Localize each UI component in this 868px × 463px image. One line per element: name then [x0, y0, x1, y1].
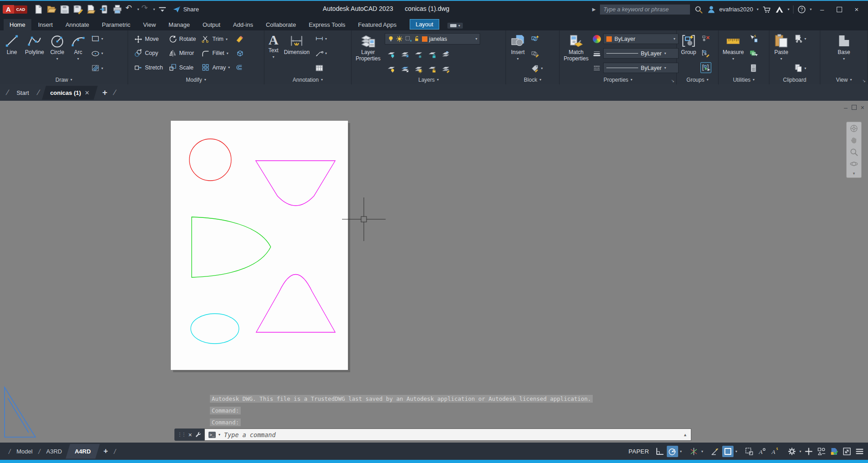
layout-tab-a3rd[interactable]: A3RD	[44, 445, 65, 458]
osnap-caret-icon[interactable]: ▾	[735, 449, 737, 453]
drawing-canvas[interactable]: – × ▾ Autodesk DWG. This file is a Trust…	[0, 101, 868, 443]
user-caret-icon[interactable]: ▾	[757, 7, 759, 11]
ellipse-button[interactable]: ▾	[90, 49, 104, 59]
username[interactable]: evafrias2020	[719, 6, 753, 13]
base-button[interactable]: Base ▾	[834, 32, 854, 75]
doc-close-icon[interactable]: ×	[861, 104, 864, 111]
object-color-dropdown[interactable]: ByLayer ▾	[603, 34, 679, 44]
panel-label-properties[interactable]: Properties▾↘	[560, 75, 676, 84]
command-input-field[interactable]: >_ ▾ ▲	[204, 429, 691, 441]
fillet-button[interactable]: Fillet▾	[200, 49, 231, 58]
doc-minimize-icon[interactable]: –	[844, 104, 848, 111]
frame-freeze-icon[interactable]: ❄	[405, 35, 412, 42]
group-button[interactable]: Group	[679, 32, 699, 75]
wrench-icon[interactable]	[195, 431, 202, 438]
ribbon-display-toggle[interactable]: ▾	[447, 23, 463, 29]
layer-dropdown[interactable]: ❄ janelas ▾	[385, 33, 480, 44]
gear-caret-icon[interactable]: ▾	[799, 449, 801, 453]
undo-caret-icon[interactable]: ▾	[137, 7, 139, 11]
polar-icon[interactable]	[667, 446, 678, 457]
save-as-icon[interactable]	[72, 4, 84, 15]
group-edit-button[interactable]	[700, 48, 711, 58]
new-drawing-tab-button[interactable]: +	[102, 88, 107, 98]
plus-icon[interactable]	[803, 446, 814, 457]
circle-button[interactable]: Circle ▾	[47, 32, 67, 75]
linetype-dropdown[interactable]: ByLayer ▾	[603, 63, 679, 73]
define-attributes-button[interactable]: ▾	[530, 63, 544, 73]
isodraft-icon[interactable]	[688, 446, 699, 457]
shape-magenta-triangle[interactable]	[256, 275, 335, 333]
paste-caret-icon[interactable]: ▾	[780, 57, 782, 61]
selection-cycling-icon[interactable]	[744, 446, 755, 457]
fullscreen-icon[interactable]	[841, 446, 853, 457]
plot-icon[interactable]	[112, 4, 123, 15]
help-icon[interactable]: ?	[797, 5, 806, 14]
search-expand-icon[interactable]: ▶	[592, 7, 596, 12]
ortho-icon[interactable]	[654, 446, 665, 457]
redo-icon[interactable]: ↷	[141, 4, 152, 15]
tab-layout[interactable]: Layout	[410, 19, 439, 30]
tab-manage[interactable]: Manage	[163, 19, 196, 30]
autodesk-caret-icon[interactable]: ▾	[788, 7, 789, 11]
tab-insert[interactable]: Insert	[32, 19, 59, 30]
panel-label-block[interactable]: Block▾	[506, 75, 559, 84]
annotation-visibility-icon[interactable]: A	[756, 446, 768, 457]
command-grip-handle[interactable]: ⋮⋮	[177, 432, 185, 438]
shape-cyan-ellipse[interactable]	[191, 314, 239, 344]
make-current-layer-icon[interactable]	[400, 50, 410, 59]
app-menu-button[interactable]: A CAD	[3, 5, 27, 14]
layer-properties-button[interactable]: LayerProperties	[353, 32, 383, 75]
layer-thaw-icon[interactable]	[414, 65, 424, 74]
layer-lock-icon[interactable]	[427, 50, 437, 59]
help-caret-icon[interactable]: ▾	[810, 7, 812, 11]
open-icon[interactable]	[46, 4, 57, 15]
file-tab-close-icon[interactable]: ✕	[84, 89, 89, 96]
insert-caret-icon[interactable]: ▾	[517, 57, 519, 61]
gear-icon[interactable]	[786, 446, 798, 457]
panel-label-utilities[interactable]: Utilities▾	[719, 75, 769, 84]
layer-dropdown-caret-icon[interactable]: ▾	[476, 37, 477, 41]
isodraft-caret-icon[interactable]: ▾	[701, 449, 703, 453]
command-prompt-icon[interactable]: >_	[208, 432, 216, 438]
table-button[interactable]	[314, 63, 328, 73]
line-button[interactable]: Line	[2, 32, 22, 75]
maximize-icon[interactable]	[833, 4, 846, 15]
copy-clip-button[interactable]: ▾	[793, 63, 807, 73]
bulb-icon[interactable]	[387, 35, 394, 42]
edit-attributes-button[interactable]	[530, 49, 544, 59]
dimension-button[interactable]: Dimension	[282, 32, 312, 75]
new-layout-button[interactable]: +	[104, 447, 108, 456]
model-tab[interactable]: Model	[14, 445, 35, 458]
arc-button[interactable]: Arc ▾	[68, 32, 88, 75]
hamburger-icon[interactable]	[854, 446, 865, 457]
hatch-button[interactable]: ▾	[90, 63, 104, 73]
layer-freeze-icon[interactable]: ❄	[414, 50, 424, 59]
file-tab-start[interactable]: Start	[11, 86, 34, 100]
shape-green-parabola[interactable]	[192, 217, 271, 277]
new-file-icon[interactable]	[33, 4, 44, 15]
annotation-scale-icon[interactable]: A	[769, 446, 780, 457]
command-expand-icon[interactable]: ▲	[683, 433, 687, 437]
zoom-icon[interactable]	[849, 148, 858, 157]
close-icon[interactable]: ×	[850, 4, 863, 15]
move-button[interactable]: Move	[133, 34, 164, 44]
navbar-more-icon[interactable]: ▾	[853, 171, 855, 176]
measure-button[interactable]: Measure ▾	[720, 32, 746, 75]
qat-menu-icon[interactable]	[157, 4, 168, 15]
nav-wheel-icon[interactable]	[849, 124, 858, 133]
offset-button[interactable]	[234, 63, 245, 72]
tab-output[interactable]: Output	[197, 19, 226, 30]
lineweight-dropdown[interactable]: ByLayer ▾	[603, 48, 679, 59]
layer-merge-icon[interactable]	[441, 65, 451, 74]
layout-tab-a4rd[interactable]: A4RD	[65, 444, 99, 459]
snap-track-icon[interactable]	[709, 446, 721, 457]
layer-previous-icon[interactable]	[400, 65, 410, 74]
arc-caret-icon[interactable]: ▾	[77, 57, 79, 61]
osnap-icon[interactable]	[722, 446, 734, 457]
panel-label-view[interactable]: View▾↘	[820, 75, 868, 84]
redo-caret-icon[interactable]: ▾	[153, 7, 155, 11]
panel-label-clipboard[interactable]: Clipboard	[769, 75, 820, 84]
create-block-button[interactable]	[530, 34, 544, 44]
tab-view[interactable]: View	[137, 19, 162, 30]
command-close-icon[interactable]: ×	[188, 431, 192, 438]
